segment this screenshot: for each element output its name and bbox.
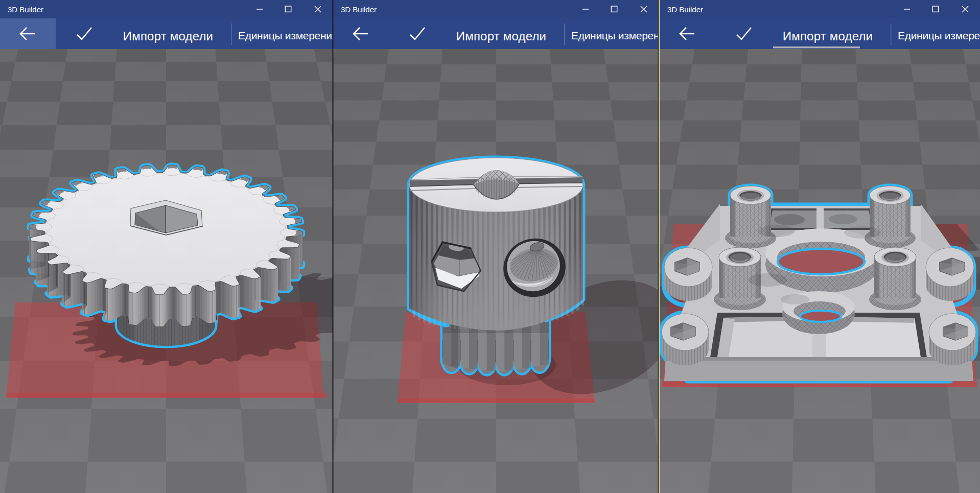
svg-text:Единицы измерения длины: Единицы измерения длины — [898, 30, 980, 41]
svg-text:Импорт модели: Импорт модели — [123, 29, 213, 43]
svg-text:Импорт модели: Импорт модели — [783, 29, 873, 43]
svg-text:3D Builder: 3D Builder — [667, 5, 703, 14]
svg-text:Импорт модели: Импорт модели — [456, 29, 546, 43]
svg-text:3D Builder: 3D Builder — [341, 5, 377, 14]
svg-text:3D Builder: 3D Builder — [8, 5, 43, 14]
